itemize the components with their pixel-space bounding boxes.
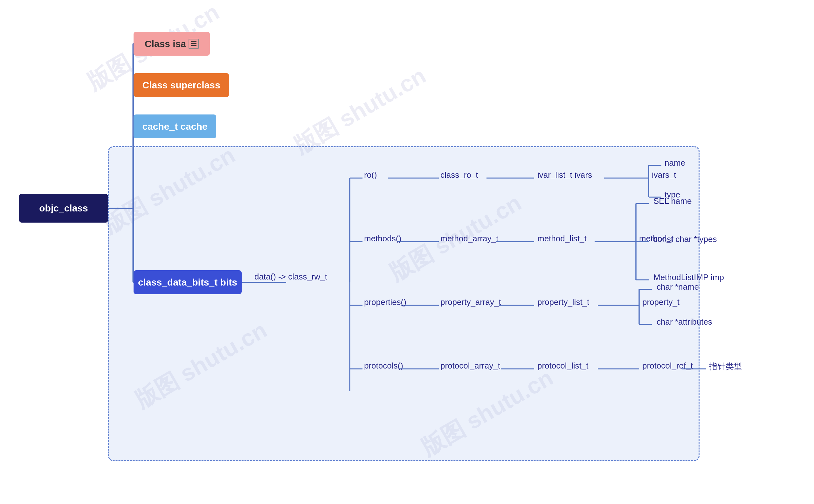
bits-label: class_data_bits_t bits [138, 277, 237, 288]
method-list-imp-label: MethodListIMP imp [653, 273, 724, 282]
protocol-list-t-label: protocol_list_t [537, 361, 588, 371]
cache-label: cache_t cache [142, 121, 207, 132]
class-isa-node: Class isa ☰ [134, 32, 210, 56]
method-array-t-label: method_array_t [440, 234, 498, 244]
methods-fn-label: methods() [364, 234, 401, 244]
class-isa-label: Class isa [145, 38, 186, 49]
cache-node: cache_t cache [134, 114, 216, 138]
objc-class-label: objc_class [39, 203, 88, 214]
sel-name-label: SEL name [653, 196, 692, 206]
name-ivar-label: name [665, 158, 685, 168]
protocol-ref-t-label: protocol_ref_t [642, 361, 693, 371]
class-superclass-label: Class superclass [142, 80, 220, 91]
bits-node: class_data_bits_t bits [134, 270, 242, 294]
property-list-t-label: property_list_t [537, 297, 589, 307]
ivar-list-t-label: ivar_list_t ivars [537, 170, 592, 180]
method-list-t-label: method_list_t [537, 234, 587, 244]
isa-icon: ☰ [189, 39, 199, 49]
class-ro-t-label: class_ro_t [440, 170, 478, 180]
watermark-2: 版图 shutu.cn [288, 60, 431, 161]
pointer-type-label: 指针类型 [709, 361, 742, 372]
property-t-label: property_t [642, 297, 679, 307]
properties-fn-label: properties() [364, 297, 406, 307]
char-name-label: char *name [657, 282, 699, 292]
protocol-array-t-label: protocol_array_t [440, 361, 500, 371]
const-char-types-label: const char *types [653, 234, 717, 244]
data-fn-label: data() -> class_rw_t [254, 272, 327, 282]
class-superclass-node: Class superclass [134, 73, 229, 97]
diagram-container: 版图 shutu.cn 版图 shutu.cn 版图 shutu.cn 版图 s… [0, 0, 814, 504]
ro-fn-label: ro() [364, 170, 377, 180]
char-attributes-label: char *attributes [657, 317, 712, 327]
property-array-t-label: property_array_t [440, 297, 501, 307]
protocols-fn-label: protocols() [364, 361, 403, 371]
objc-class-node: objc_class [19, 194, 108, 223]
ivars-t-label: ivars_t [652, 170, 676, 180]
